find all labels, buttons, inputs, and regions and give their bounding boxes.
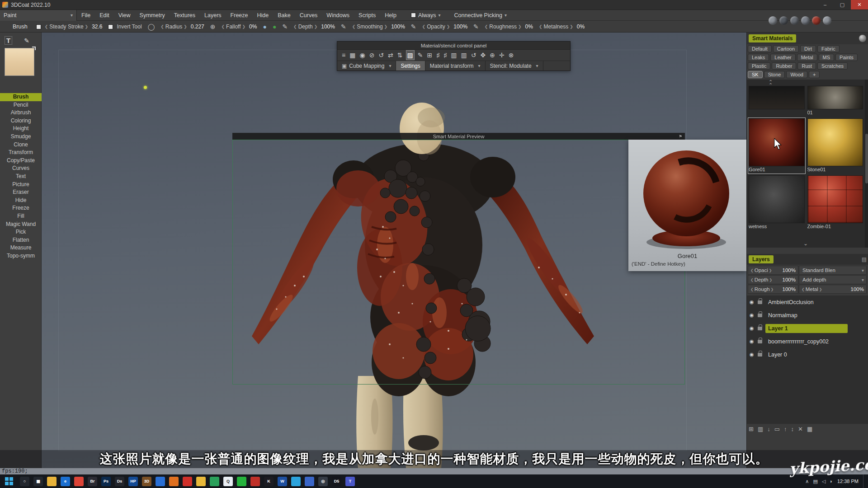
color-sphere-icon[interactable]: ●: [263, 23, 266, 30]
menu-item-help[interactable]: Help: [380, 12, 401, 19]
adjust-sliders-icon[interactable]: ≡: [341, 51, 346, 60]
layer-name[interactable]: AmbientOcclusion: [765, 298, 848, 307]
layer-folder-icon[interactable]: ▭: [774, 426, 780, 432]
material-item-01[interactable]: 01: [807, 86, 863, 116]
decrease-icon[interactable]: ❮: [750, 268, 754, 272]
control-smoothing[interactable]: ❮Smoothing❯100%: [352, 23, 405, 30]
orange-app-icon[interactable]: [169, 477, 179, 486]
layer-name[interactable]: boomerrrrrrrrrr_copy002: [765, 337, 848, 346]
duplicate-layer-icon[interactable]: ▥: [758, 426, 763, 432]
layer-control-standard-blen[interactable]: Standard Blen▾: [799, 266, 867, 275]
decrease-icon[interactable]: ❮: [222, 24, 225, 29]
tool-item-topo-symm[interactable]: Topo-symm: [0, 252, 42, 260]
tray-expand-icon[interactable]: ∧: [805, 479, 809, 484]
show-desktop-button[interactable]: [863, 474, 865, 488]
checkbox-invert-tool[interactable]: [108, 24, 113, 29]
tool-item-smudge[interactable]: Smudge: [0, 133, 42, 141]
material-item-partial[interactable]: [749, 86, 805, 116]
pen-pressure-icon[interactable]: ✎: [473, 23, 479, 30]
file-explorer-icon[interactable]: [47, 477, 57, 486]
decrease-icon[interactable]: ❮: [750, 287, 754, 291]
tool-item-magic-wand[interactable]: Magic Wand: [0, 221, 42, 229]
menu-item-layers[interactable]: Layers: [200, 12, 226, 19]
viewport-settings-icon[interactable]: [779, 16, 788, 25]
material-tab-leather[interactable]: Leather: [770, 54, 795, 61]
tool-item-pick[interactable]: Pick: [0, 228, 42, 236]
undo-icon[interactable]: ↺: [470, 51, 477, 60]
blue-app-icon[interactable]: [156, 477, 165, 486]
layer-control-metal[interactable]: ❮Metal❯100%: [799, 285, 867, 294]
always-toggle[interactable]: Always ▾: [411, 12, 441, 19]
decrease-icon[interactable]: ❮: [160, 24, 164, 29]
control-roughness[interactable]: ❮Roughness❯0%: [485, 23, 533, 30]
material-tab-stone[interactable]: Stone: [764, 71, 785, 78]
tool-item-hide[interactable]: Hide: [0, 197, 42, 205]
increase-icon[interactable]: ❯: [769, 278, 772, 282]
material-tab-paints[interactable]: Paints: [835, 54, 858, 61]
black-app-icon[interactable]: K: [264, 477, 274, 486]
material-tab-plastic[interactable]: Plastic: [748, 62, 770, 70]
camera-app-icon[interactable]: ◎: [318, 477, 328, 486]
material-tab-scratches[interactable]: Scratches: [817, 62, 848, 70]
designer-icon[interactable]: Ds: [115, 477, 124, 486]
increase-icon[interactable]: ❯: [447, 24, 450, 29]
tool-item-freeze[interactable]: Freeze: [0, 204, 42, 212]
tool-item-clone[interactable]: Clone: [0, 141, 42, 149]
minimize-button[interactable]: –: [816, 0, 834, 9]
material-tab-fabric[interactable]: Fabric: [817, 45, 840, 52]
menu-item-hide[interactable]: Hide: [253, 12, 274, 19]
material-sphere-icon[interactable]: [859, 35, 866, 42]
decrease-icon[interactable]: ❮: [422, 24, 426, 29]
material-item-zombie-01[interactable]: Zombie-01: [807, 175, 863, 230]
pen-pressure-icon[interactable]: ✎: [411, 23, 416, 30]
eye-icon[interactable]: ◉: [359, 51, 366, 60]
tool-item-copy-paste[interactable]: Copy/Paste: [0, 157, 42, 165]
green-app-icon[interactable]: [210, 477, 219, 486]
3dcoat-icon[interactable]: 3D: [142, 477, 151, 486]
tool-item-fill[interactable]: Fill: [0, 212, 42, 221]
flip-vertical-icon[interactable]: ⇅: [396, 51, 404, 60]
lock-icon[interactable]: [758, 327, 762, 330]
material-tab-dirt[interactable]: Dirt: [800, 45, 816, 52]
decrease-icon[interactable]: ❮: [539, 24, 542, 29]
picking-mode-select[interactable]: Connective Picking ▾: [454, 12, 507, 19]
layer-options-icon[interactable]: ▦: [807, 426, 812, 432]
tools-icon[interactable]: [790, 16, 799, 25]
zoom-icon[interactable]: ⊕: [489, 51, 496, 60]
material-tab-item[interactable]: +: [809, 71, 820, 78]
tool-item-airbrush[interactable]: Airbrush: [0, 109, 42, 117]
increase-icon[interactable]: ❯: [518, 24, 522, 29]
color-swatch[interactable]: [5, 48, 34, 76]
chrome-icon[interactable]: [74, 477, 84, 486]
tool-item-height[interactable]: Height: [0, 125, 42, 133]
search-icon[interactable]: ○: [20, 477, 29, 486]
material-scrollbar[interactable]: [865, 80, 868, 248]
smart-material-preview-bar[interactable]: Smart Material Preview ⚑: [232, 133, 685, 140]
increase-icon[interactable]: ❯: [771, 287, 774, 291]
tool-item-pencil[interactable]: Pencil: [0, 101, 42, 109]
material-tab-leaks[interactable]: Leaks: [748, 54, 769, 61]
menu-item-edit[interactable]: Edit: [95, 12, 114, 19]
start-button[interactable]: [0, 474, 18, 488]
control-depth[interactable]: ❮Depth❯100%: [293, 23, 335, 30]
layer-name[interactable]: Layer 0: [765, 350, 848, 359]
material-tab-wood[interactable]: Wood: [786, 71, 807, 78]
render-sphere-icon[interactable]: [812, 16, 821, 25]
increase-icon[interactable]: ❯: [384, 24, 388, 29]
control-metalness[interactable]: ❮Metalness❯0%: [539, 23, 585, 30]
tray-network-icon[interactable]: ◗: [830, 479, 833, 484]
decrease-icon[interactable]: ❮: [802, 287, 805, 291]
page2-icon[interactable]: ▥: [460, 51, 468, 60]
task-view-icon[interactable]: ▦: [33, 477, 43, 486]
red-app2-icon[interactable]: [250, 477, 260, 486]
increase-icon[interactable]: ❯: [242, 24, 246, 29]
pen-pressure-icon[interactable]: ✎: [282, 23, 288, 30]
tool-item-brush[interactable]: Brush: [0, 93, 42, 101]
increase-icon[interactable]: ❯: [819, 287, 822, 291]
tool-item-coloring[interactable]: Coloring: [0, 117, 42, 125]
grid-density2-icon[interactable]: ♯: [443, 51, 448, 60]
menu-item-scripts[interactable]: Scripts: [354, 12, 380, 19]
layers-tab[interactable]: Layers: [749, 255, 774, 263]
layer-control-add-depth[interactable]: Add depth▾: [799, 275, 867, 284]
magnifier-icon[interactable]: ⊕: [210, 23, 216, 30]
